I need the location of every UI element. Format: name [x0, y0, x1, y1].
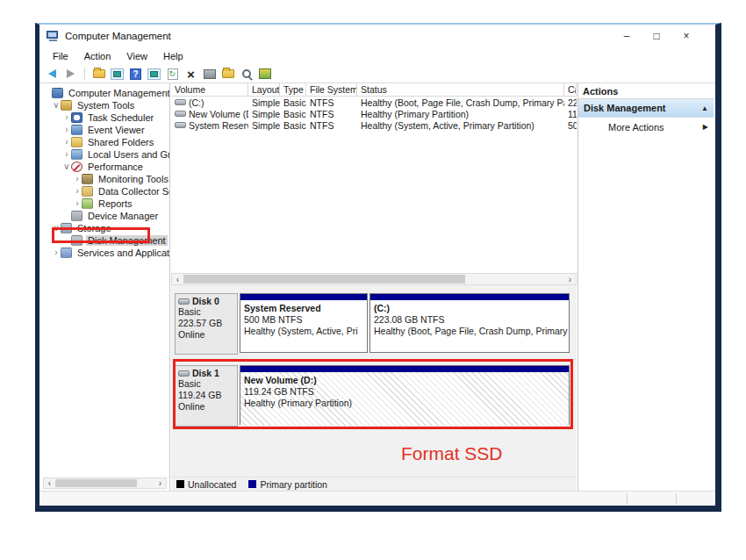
delete-icon[interactable]	[183, 67, 198, 81]
event-viewer-icon	[71, 125, 82, 135]
chevron-right-icon[interactable]: ›	[62, 150, 71, 159]
volume-file-system: NTFS	[306, 120, 357, 131]
close-button[interactable]: ×	[671, 25, 701, 47]
status-bar-divider	[627, 493, 628, 504]
volume-type: Basic	[280, 120, 306, 131]
search-icon[interactable]	[239, 67, 254, 81]
scroll-thumb[interactable]	[183, 275, 465, 284]
disk-0-label-box[interactable]: Disk 0 Basic 223.57 GB Online	[175, 293, 238, 355]
back-icon[interactable]	[45, 67, 60, 81]
actions-group-disk-management[interactable]: Disk Management ▲	[578, 99, 714, 118]
column-header-type[interactable]: Type	[280, 83, 306, 96]
window-icon[interactable]	[147, 67, 161, 81]
column-header-layout[interactable]: Layout	[248, 83, 280, 96]
legend-unallocated: Unallocated	[176, 479, 236, 490]
scroll-right-icon[interactable]: ›	[154, 478, 166, 488]
tree-item-label: Task Scheduler	[86, 112, 155, 123]
reports-icon	[82, 198, 93, 209]
partition-status: Healthy (System, Active, Pri	[244, 326, 363, 337]
menu-action[interactable]: Action	[76, 49, 119, 63]
disk-status: Online	[178, 329, 234, 341]
volume-type: Basic	[280, 97, 306, 108]
scroll-thumb[interactable]	[55, 479, 137, 487]
help-icon[interactable]	[128, 67, 143, 81]
tree-item-computer-management[interactable]: Computer Management (Local	[41, 87, 169, 99]
volume-layout: Simple	[248, 109, 280, 119]
tree-item-monitoring-tools[interactable]: › Monitoring Tools	[41, 173, 169, 185]
chevron-right-icon[interactable]: ›	[62, 138, 71, 147]
tree-item-reports[interactable]: › Reports	[41, 197, 169, 210]
volume-list-horizontal-scrollbar[interactable]: ‹ ›	[171, 273, 577, 285]
volume-capacity: 50	[564, 120, 577, 131]
volume-row-c[interactable]: (C:) Simple Basic NTFS Healthy (Boot, Pa…	[171, 97, 577, 108]
up-folder-icon[interactable]	[91, 67, 106, 81]
volume-layout: Simple	[248, 120, 280, 131]
column-header-file-system[interactable]: File System	[306, 83, 357, 96]
tree-horizontal-scrollbar[interactable]: ‹ ›	[43, 477, 167, 489]
performance-icon	[71, 162, 82, 172]
volume-row-d[interactable]: New Volume (D:) Simple Basic NTFS Health…	[171, 108, 577, 119]
chevron-right-icon[interactable]: ›	[62, 113, 71, 122]
title-bar[interactable]: Computer Management – □ ×	[39, 25, 715, 47]
console-tree-panel: Computer Management (Local ∨ System Tool…	[41, 83, 170, 491]
collapse-arrow-icon[interactable]: ▲	[701, 104, 708, 112]
column-header-status[interactable]: Status	[357, 83, 564, 96]
chevron-right-icon[interactable]: ›	[73, 175, 82, 183]
tree-item-local-users-groups[interactable]: › Local Users and Groups	[41, 148, 169, 161]
status-bar-divider	[676, 493, 677, 504]
partition-c[interactable]: (C:) 223.08 GB NTFS Healthy (Boot, Page …	[369, 293, 570, 353]
local-users-groups-icon	[71, 149, 82, 160]
minimize-button[interactable]: –	[612, 25, 642, 47]
actions-panel-title: Actions	[578, 83, 714, 99]
scroll-right-icon[interactable]: ›	[564, 275, 576, 284]
refresh-icon[interactable]	[165, 67, 180, 81]
partition-system-reserved[interactable]: System Reserved 500 MB NTFS Healthy (Sys…	[240, 293, 368, 353]
open-folder-icon[interactable]	[220, 67, 235, 81]
properties-icon[interactable]	[202, 67, 217, 81]
forward-icon[interactable]	[63, 67, 78, 81]
tree-item-shared-folders[interactable]: › Shared Folders	[41, 136, 169, 148]
tree-item-data-collector-sets[interactable]: › Data Collector Sets	[41, 185, 169, 197]
tree-item-services-applications[interactable]: › Services and Applications	[41, 247, 169, 259]
volume-drive-icon	[175, 99, 186, 105]
status-bar	[39, 491, 715, 506]
tree-item-performance[interactable]: ∨ Performance	[41, 161, 169, 173]
chevron-right-icon[interactable]: ›	[62, 126, 71, 134]
tree-item-label: Device Manager	[86, 211, 160, 221]
console-tree-icon[interactable]	[110, 67, 125, 81]
column-header-volume[interactable]: Volume	[171, 83, 248, 96]
tree-item-system-tools[interactable]: ∨ System Tools	[41, 99, 169, 111]
submenu-arrow-icon: ▶	[703, 123, 708, 131]
chevron-down-icon[interactable]: ∨	[62, 162, 71, 171]
tree-item-event-viewer[interactable]: › Event Viewer	[41, 124, 169, 136]
graphical-view: Disk 0 Basic 223.57 GB Online System Res…	[171, 285, 577, 477]
menu-bar: File Action View Help	[39, 47, 715, 65]
menu-file[interactable]: File	[45, 49, 76, 63]
tree-item-label: Local Users and Groups	[86, 149, 170, 160]
volume-name: New Volume (D:)	[189, 109, 248, 119]
menu-view[interactable]: View	[118, 49, 155, 63]
volume-file-system: NTFS	[306, 97, 357, 108]
scroll-left-icon[interactable]: ‹	[44, 478, 55, 488]
monitoring-tools-icon	[82, 174, 93, 184]
maximize-button[interactable]: □	[642, 25, 671, 47]
column-header-capacity[interactable]: Ca	[564, 83, 577, 96]
toolbar	[39, 65, 715, 83]
volume-row-system-reserved[interactable]: System Reserved Simple Basic NTFS Health…	[171, 119, 577, 131]
chevron-right-icon[interactable]: ›	[73, 187, 82, 196]
scroll-left-icon[interactable]: ‹	[172, 275, 183, 284]
disk-size: 223.57 GB	[178, 318, 234, 329]
primary-partition-swatch-icon	[248, 480, 256, 488]
more-actions-item[interactable]: More Actions ▶	[578, 118, 714, 136]
format-ssd-annotation: Format SSD	[401, 443, 503, 464]
chevron-right-icon[interactable]: ›	[73, 199, 82, 208]
legend-label: Primary partition	[260, 479, 326, 490]
tree-item-task-scheduler[interactable]: › Task Scheduler	[41, 111, 169, 124]
chevron-down-icon[interactable]: ∨	[52, 101, 61, 110]
chevron-right-icon[interactable]: ›	[52, 248, 61, 257]
tree-item-device-manager[interactable]: Device Manager	[41, 210, 169, 222]
menu-help[interactable]: Help	[155, 49, 191, 63]
disk-properties-icon[interactable]	[257, 67, 272, 81]
actions-panel: Actions Disk Management ▲ More Actions ▶	[577, 83, 714, 491]
partition-size: 500 MB NTFS	[244, 314, 363, 326]
